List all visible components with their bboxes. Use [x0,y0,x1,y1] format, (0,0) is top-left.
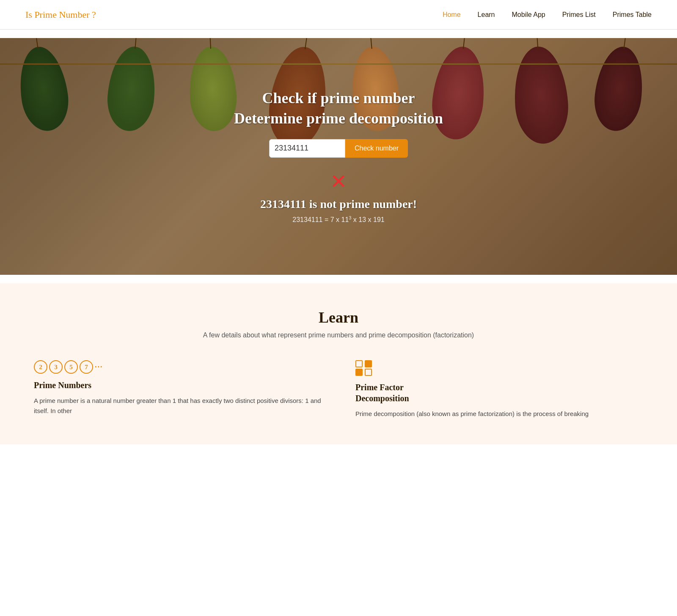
nav-primes-list[interactable]: Primes List [562,11,596,19]
nav-home[interactable]: Home [443,11,461,19]
leaf-3 [187,45,238,132]
number-input[interactable] [269,139,345,158]
rope-decoration [0,63,677,65]
result-icon: ✕ [234,170,443,193]
prime-circle-7: 7 [80,360,93,374]
prime-dots: ··· [95,363,103,372]
result-formula: 23134111 = 7 x 113 x 13 x 191 [234,215,443,224]
result-text: 23134111 is not prime number! [234,197,443,211]
decomp-cell-2 [365,360,372,367]
leaf-8 [591,44,647,134]
decomposition-icon [355,360,643,376]
hero-title-1: Check if prime number [234,89,443,107]
site-logo: Is Prime Number ? [25,9,96,20]
hero-content: Check if prime number Determine prime de… [234,89,443,224]
leaf-7 [511,45,571,145]
learn-subtitle: A few details about what represent prime… [34,331,643,339]
logo-text: Is Prime Number [25,9,90,20]
decomposition-body: Prime decomposition (also known as prime… [355,409,643,419]
prime-circle-2: 2 [34,360,47,374]
logo-symbol: ? [90,9,96,20]
check-number-button[interactable]: Check number [345,139,408,158]
nav-mobile-app[interactable]: Mobile App [512,11,545,19]
main-nav: Home Learn Mobile App Primes List Primes… [443,11,652,19]
leaf-1 [15,44,73,134]
decomp-grid [355,360,372,376]
decomposition-heading: Prime FactorDecomposition [355,382,643,404]
decomp-cell-1 [355,360,363,367]
learn-section: Learn A few details about what represent… [0,283,677,444]
check-form: Check number [234,139,443,158]
hero-title-2: Determine prime decomposition [234,110,443,127]
prime-circle-3: 3 [49,360,63,374]
prime-numbers-body: A prime number is a natural number great… [34,396,322,416]
learn-title: Learn [34,309,643,326]
leaf-2 [105,45,158,133]
formula-prefix: 23134111 = 7 x 11 [292,216,349,223]
nav-primes-table[interactable]: Primes Table [613,11,652,19]
prime-numbers-icon: 2 3 5 7 ··· [34,360,322,374]
decomposition-card: Prime FactorDecomposition Prime decompos… [355,360,643,419]
hero-section: Check if prime number Determine prime de… [0,38,677,275]
decomp-cell-4 [365,369,372,376]
prime-numbers-heading: Prime Numbers [34,380,322,391]
prime-circle-5: 5 [64,360,78,374]
learn-cards: 2 3 5 7 ··· Prime Numbers A prime number… [34,360,643,419]
decomp-cell-3 [355,369,363,376]
formula-suffix: x 13 x 191 [351,216,384,223]
prime-numbers-card: 2 3 5 7 ··· Prime Numbers A prime number… [34,360,322,419]
site-header: Is Prime Number ? Home Learn Mobile App … [0,0,677,30]
nav-learn[interactable]: Learn [478,11,495,19]
